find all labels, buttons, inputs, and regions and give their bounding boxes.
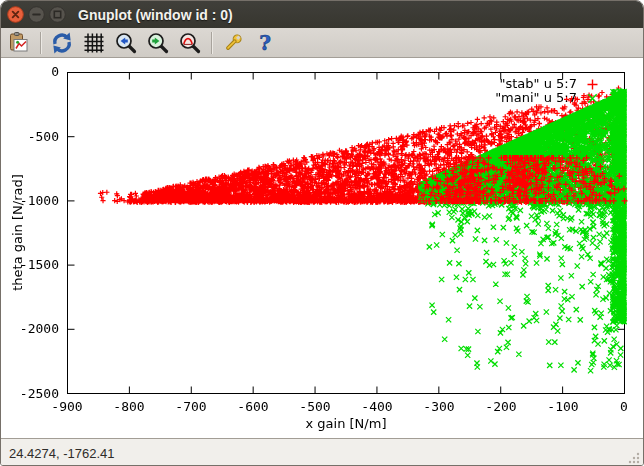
replot-button[interactable]: [48, 30, 76, 56]
plot-canvas[interactable]: [1, 58, 644, 438]
gnuplot-window: Gnuplot (window id : 0): [0, 0, 644, 466]
status-bar: 24.4274, -1762.41: [1, 438, 643, 466]
close-button[interactable]: [7, 6, 24, 23]
toolbar-separator: [211, 32, 212, 54]
x-tick-label: -200: [485, 399, 516, 415]
legend-label-stab: "stab" u 5:7: [500, 77, 577, 91]
toolbar: ?: [1, 28, 643, 58]
x-tick-label: -900: [51, 399, 82, 415]
y-tick-label: -2500: [1, 386, 59, 402]
legend: "stab" u 5:7 "mani" u 5:7: [495, 77, 599, 105]
options-button[interactable]: [219, 30, 247, 56]
close-icon: [7, 6, 24, 23]
y-tick-label: 0: [1, 64, 59, 80]
legend-entry-stab: "stab" u 5:7: [495, 77, 599, 91]
x-tick-label: 0: [620, 399, 628, 415]
unzoom-autoscale-icon: [178, 31, 202, 55]
y-axis-title: theta gain [N/rad]: [10, 83, 25, 383]
legend-entry-mani: "mani" u 5:7: [495, 91, 599, 105]
titlebar[interactable]: Gnuplot (window id : 0): [1, 1, 643, 28]
minimize-icon: [28, 6, 45, 23]
maximize-button[interactable]: [49, 6, 66, 23]
replot-refresh-icon: [50, 31, 74, 55]
window-buttons: [1, 6, 66, 23]
svg-text:?: ?: [259, 31, 271, 55]
window-title: Gnuplot (window id : 0): [78, 7, 233, 23]
cursor-coordinates: 24.4274, -1762.41: [1, 446, 115, 461]
x-tick-label: -800: [113, 399, 144, 415]
x-tick-label: -100: [547, 399, 578, 415]
copy-clipboard-icon: [7, 31, 31, 55]
legend-marker-mani-icon: [586, 92, 599, 105]
plot-area: 0 -500 -1000 -1500 -2000 -2500 -900 -800…: [1, 58, 644, 438]
x-tick-label: -700: [175, 399, 206, 415]
x-axis-title: x gain [N/m]: [306, 416, 387, 431]
unzoom-button[interactable]: [176, 30, 204, 56]
legend-label-mani: "mani" u 5:7: [495, 91, 577, 105]
wrench-options-icon: [221, 31, 245, 55]
grid-icon: [82, 31, 106, 55]
toolbar-separator: [40, 32, 41, 54]
x-tick-label: -500: [299, 399, 330, 415]
x-tick-label: -600: [237, 399, 268, 415]
zoom-next-button[interactable]: [144, 30, 172, 56]
x-tick-label: -400: [361, 399, 392, 415]
toggle-grid-button[interactable]: [80, 30, 108, 56]
maximize-icon: [49, 6, 66, 23]
minimize-button[interactable]: [28, 6, 45, 23]
help-icon: ?: [253, 31, 277, 55]
copy-to-clipboard-button[interactable]: [5, 30, 33, 56]
zoom-next-icon: [146, 31, 170, 55]
legend-marker-stab-icon: [586, 78, 599, 91]
help-button[interactable]: ?: [251, 30, 279, 56]
zoom-previous-button[interactable]: [112, 30, 140, 56]
zoom-previous-icon: [114, 31, 138, 55]
x-tick-label: -300: [423, 399, 454, 415]
resize-grip[interactable]: [627, 451, 640, 464]
